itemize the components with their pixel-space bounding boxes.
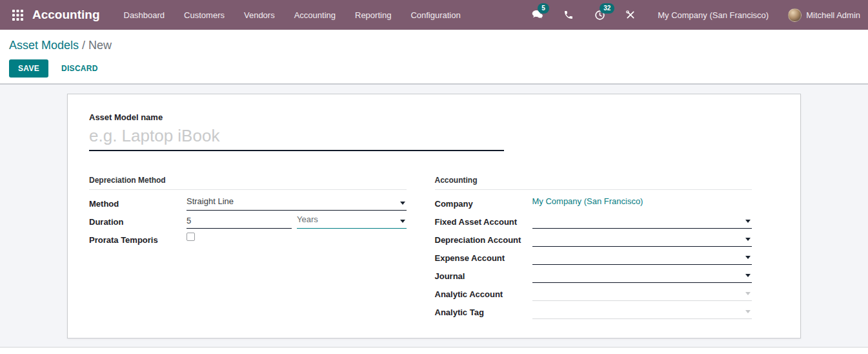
duration-value-input[interactable] [187, 214, 292, 229]
control-panel: Asset Models / New SAVE DISCARD [0, 30, 868, 85]
company-row: Company My Company (San Francisco) [435, 196, 752, 211]
page-bottom-strip [0, 348, 868, 354]
save-button[interactable]: SAVE [9, 59, 48, 78]
systray: 5 32 My Company (San Francisco) Mitchell… [522, 8, 860, 22]
chevron-down-icon [745, 274, 751, 277]
analytic-account-label: Analytic Account [435, 289, 532, 301]
chevron-down-icon [400, 220, 405, 223]
activities-badge: 32 [600, 3, 614, 14]
discard-button[interactable]: DISCARD [52, 59, 107, 78]
analytic-tag-row: Analytic Tag [435, 305, 752, 319]
company-value-link[interactable]: My Company (San Francisco) [532, 196, 752, 208]
chevron-down-icon [745, 292, 751, 295]
journal-row: Journal [435, 269, 752, 283]
duration-label: Duration [89, 217, 187, 229]
phone-icon[interactable] [561, 8, 576, 22]
analytic-tag-select[interactable] [532, 305, 752, 319]
fixed-asset-account-row: Fixed Asset Account [435, 214, 752, 229]
prorata-checkbox[interactable] [187, 233, 195, 241]
user-menu[interactable]: Mitchell Admin [806, 10, 860, 20]
chevron-down-icon [400, 202, 405, 205]
asset-model-name-input[interactable] [89, 125, 504, 151]
breadcrumb-asset-models[interactable]: Asset Models [9, 39, 79, 52]
form-view-background: Asset Model name Depreciation Method Met… [0, 85, 868, 348]
menu-accounting[interactable]: Accounting [285, 0, 345, 30]
company-switcher[interactable]: My Company (San Francisco) [658, 10, 769, 20]
apps-grid-icon[interactable] [8, 5, 27, 25]
messages-icon[interactable]: 5 [530, 8, 545, 22]
accounting-section: Accounting Company My Company (San Franc… [435, 176, 752, 323]
messages-badge: 5 [538, 3, 549, 14]
duration-row: Duration Years [89, 214, 407, 229]
chevron-down-icon [745, 310, 751, 313]
expense-account-select[interactable] [532, 251, 752, 265]
breadcrumb-new: New [88, 39, 112, 52]
depreciation-account-label: Depreciation Account [435, 235, 532, 247]
method-label: Method [89, 199, 187, 211]
chevron-down-icon [745, 220, 751, 223]
menu-customers[interactable]: Customers [174, 0, 234, 30]
fixed-asset-account-label: Fixed Asset Account [435, 217, 532, 229]
method-row: Method Straight Line [89, 196, 407, 211]
depreciation-account-select[interactable] [532, 233, 752, 247]
user-avatar[interactable] [788, 8, 802, 22]
method-select[interactable]: Straight Line [187, 196, 407, 211]
menu-configuration[interactable]: Configuration [401, 0, 470, 30]
accounting-section-title: Accounting [435, 176, 752, 190]
prorata-label: Prorata Temporis [89, 235, 187, 247]
expense-account-label: Expense Account [435, 253, 532, 265]
depreciation-section-title: Depreciation Method [89, 176, 407, 190]
company-label: Company [435, 199, 532, 211]
analytic-tag-label: Analytic Tag [435, 307, 532, 319]
journal-select[interactable] [532, 269, 752, 283]
prorata-row: Prorata Temporis [89, 233, 407, 247]
asset-model-name-label: Asset Model name [89, 112, 752, 122]
fixed-asset-account-select[interactable] [532, 214, 752, 229]
depreciation-method-section: Depreciation Method Method Straight Line… [89, 176, 407, 323]
analytic-account-row: Analytic Account [435, 287, 752, 301]
menu-dashboard[interactable]: Dashboard [114, 0, 175, 30]
duration-unit-select[interactable]: Years [297, 214, 407, 229]
chevron-down-icon [745, 256, 751, 259]
depreciation-account-row: Depreciation Account [435, 233, 752, 247]
duration-unit-value: Years [297, 214, 407, 226]
breadcrumb-separator: / [82, 39, 85, 52]
main-menu: Dashboard Customers Vendors Accounting R… [114, 0, 470, 30]
chevron-down-icon [745, 238, 751, 241]
activities-clock-icon[interactable]: 32 [592, 8, 607, 22]
form-sheet: Asset Model name Depreciation Method Met… [67, 94, 801, 338]
tools-wrench-icon[interactable] [623, 8, 638, 22]
menu-reporting[interactable]: Reporting [345, 0, 401, 30]
expense-account-row: Expense Account [435, 251, 752, 265]
journal-label: Journal [435, 271, 532, 283]
breadcrumb: Asset Models / New [9, 37, 858, 53]
app-title[interactable]: Accounting [32, 8, 100, 22]
analytic-account-select[interactable] [532, 287, 752, 301]
method-value: Straight Line [187, 196, 407, 208]
menu-vendors[interactable]: Vendors [234, 0, 285, 30]
top-navbar: Accounting Dashboard Customers Vendors A… [0, 0, 868, 30]
